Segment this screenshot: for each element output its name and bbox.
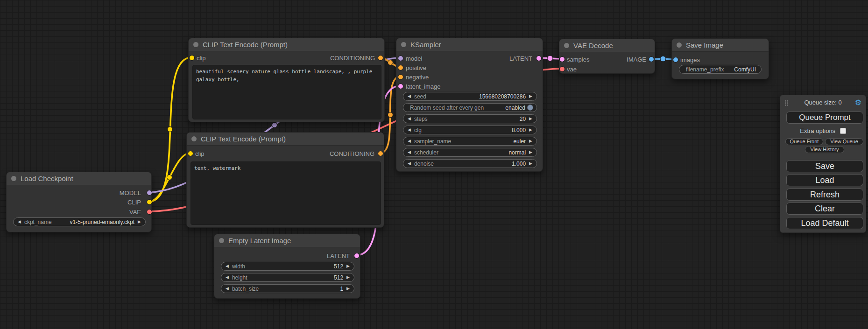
port-latent-output[interactable] (536, 56, 541, 61)
queue-front-button[interactable]: Queue Front (785, 138, 823, 145)
load-default-button[interactable]: Load Default (786, 217, 863, 229)
input-label-images: images (680, 56, 700, 63)
decrement-arrow-icon[interactable]: ◀ (408, 117, 411, 121)
decrement-arrow-icon[interactable]: ◀ (18, 220, 21, 224)
node-title-bar[interactable]: CLIP Text Encode (Prompt) (187, 133, 384, 146)
input-label-clip: clip (197, 55, 206, 62)
widget-value: ComfyUI (734, 66, 756, 73)
port-vae-output[interactable] (147, 210, 152, 214)
node-vae-decode[interactable]: VAE Decode samples vae IMAGE (559, 39, 655, 74)
node-empty-latent-image[interactable]: Empty Latent Image LATENT ◀ width 512 ▶ … (214, 234, 360, 299)
node-clip-text-encode-negative[interactable]: CLIP Text Encode (Prompt) clip CONDITION… (186, 132, 384, 228)
node-collapse-dot-icon[interactable] (401, 42, 406, 47)
link-dot-samples (547, 56, 553, 61)
random-seed-toggle-widget[interactable]: Random seed after every gen enabled (403, 103, 537, 112)
port-samples-input[interactable] (560, 57, 565, 62)
port-clip-input[interactable] (190, 56, 194, 60)
increment-arrow-icon[interactable]: ▶ (529, 139, 532, 143)
node-title-bar[interactable]: KSampler (396, 38, 543, 51)
link-dot-conditioning-positive (388, 60, 393, 65)
node-collapse-dot-icon[interactable] (677, 42, 682, 48)
denoise-widget[interactable]: ◀ denoise 1.000 ▶ (403, 159, 537, 168)
widget-value: v1-5-pruned-emaonly.ckpt (70, 219, 135, 225)
decrement-arrow-icon[interactable]: ◀ (226, 264, 229, 268)
port-clip-input[interactable] (188, 151, 193, 156)
port-image-output[interactable] (649, 57, 654, 62)
port-vae-input[interactable] (560, 67, 565, 71)
node-title-bar[interactable]: VAE Decode (559, 39, 655, 52)
toggle-knob-icon[interactable] (527, 105, 533, 111)
filename-prefix-widget[interactable]: filename_prefix ComfyUI (679, 65, 762, 74)
increment-arrow-icon[interactable]: ▶ (346, 287, 350, 291)
node-collapse-dot-icon[interactable] (564, 43, 569, 48)
decrement-arrow-icon[interactable]: ◀ (408, 161, 411, 166)
queue-prompt-button[interactable]: Queue Prompt (786, 112, 863, 124)
node-title-bar[interactable]: Save Image (672, 39, 769, 52)
node-collapse-dot-icon[interactable] (219, 238, 224, 243)
gear-icon[interactable]: ⚙ (855, 99, 861, 106)
link-dot-image (660, 56, 666, 62)
increment-arrow-icon[interactable]: ▶ (529, 94, 532, 98)
view-queue-button[interactable]: View Queue (825, 138, 863, 145)
batch-size-widget[interactable]: ◀ batch_size 1 ▶ (221, 284, 354, 293)
port-latent-image-input[interactable] (398, 84, 403, 89)
node-title: Load Checkpoint (21, 175, 73, 182)
refresh-button[interactable]: Refresh (786, 189, 863, 201)
extra-options-checkbox[interactable] (840, 128, 846, 134)
seed-widget[interactable]: ◀ seed 156680208700286 ▶ (403, 92, 537, 101)
prompt-textarea[interactable]: beautiful scenery nature glass bottle la… (192, 65, 381, 119)
decrement-arrow-icon[interactable]: ◀ (226, 287, 229, 291)
node-title-bar[interactable]: Empty Latent Image (214, 234, 360, 247)
prompt-textarea[interactable]: text, watermark (191, 161, 381, 225)
port-clip-output[interactable] (147, 200, 152, 204)
port-latent-output[interactable] (354, 253, 359, 258)
port-model-input[interactable] (398, 56, 403, 61)
decrement-arrow-icon[interactable]: ◀ (408, 150, 411, 154)
port-images-input[interactable] (673, 57, 678, 62)
node-collapse-dot-icon[interactable] (193, 42, 198, 47)
port-negative-input[interactable] (398, 75, 403, 79)
port-conditioning-output[interactable] (378, 151, 383, 156)
node-collapse-dot-icon[interactable] (191, 136, 197, 141)
node-title-bar[interactable]: Load Checkpoint (7, 172, 151, 185)
input-label-negative: negative (406, 74, 429, 81)
increment-arrow-icon[interactable]: ▶ (529, 150, 532, 154)
increment-arrow-icon[interactable]: ▶ (346, 275, 350, 280)
save-button[interactable]: Save (786, 160, 863, 172)
view-history-button[interactable]: View History (805, 146, 844, 153)
clear-button[interactable]: Clear (786, 203, 863, 215)
decrement-arrow-icon[interactable]: ◀ (408, 139, 411, 143)
widget-value: 8.000 (512, 127, 526, 133)
port-model-output[interactable] (147, 190, 152, 195)
sampler-name-widget[interactable]: ◀ sampler_name euler ▶ (403, 137, 537, 146)
node-ksampler[interactable]: KSampler model positive negative latent_… (396, 38, 543, 172)
queue-panel[interactable]: Queue size: 0 ⚙ Queue Prompt Extra optio… (780, 95, 866, 233)
node-title-bar[interactable]: CLIP Text Encode (Prompt) (189, 38, 384, 51)
increment-arrow-icon[interactable]: ▶ (346, 264, 350, 268)
extra-options-row: Extra options (780, 127, 866, 134)
widget-value: 512 (334, 263, 343, 270)
port-conditioning-output[interactable] (378, 56, 383, 60)
node-clip-text-encode-positive[interactable]: CLIP Text Encode (Prompt) clip CONDITION… (188, 38, 385, 122)
increment-arrow-icon[interactable]: ▶ (529, 161, 532, 166)
decrement-arrow-icon[interactable]: ◀ (408, 94, 411, 98)
node-save-image[interactable]: Save Image images filename_prefix ComfyU… (671, 38, 769, 79)
widget-name: filename_prefix (686, 66, 724, 73)
height-widget[interactable]: ◀ height 512 ▶ (221, 273, 354, 282)
graph-canvas[interactable]: Load Checkpoint MODEL CLIP VAE ◀ ckpt_na… (0, 0, 868, 329)
decrement-arrow-icon[interactable]: ◀ (408, 128, 411, 132)
width-widget[interactable]: ◀ width 512 ▶ (221, 262, 354, 271)
increment-arrow-icon[interactable]: ▶ (529, 128, 532, 132)
ckpt-name-widget[interactable]: ◀ ckpt_name v1-5-pruned-emaonly.ckpt ▶ (13, 217, 146, 226)
increment-arrow-icon[interactable]: ▶ (529, 117, 532, 121)
port-positive-input[interactable] (398, 65, 403, 70)
node-collapse-dot-icon[interactable] (11, 176, 16, 181)
scheduler-widget[interactable]: ◀ scheduler normal ▶ (403, 148, 537, 157)
node-load-checkpoint[interactable]: Load Checkpoint MODEL CLIP VAE ◀ ckpt_na… (6, 172, 152, 232)
cfg-widget[interactable]: ◀ cfg 8.000 ▶ (403, 126, 537, 134)
steps-widget[interactable]: ◀ steps 20 ▶ (403, 114, 537, 123)
load-button[interactable]: Load (786, 174, 863, 186)
increment-arrow-icon[interactable]: ▶ (138, 220, 141, 224)
decrement-arrow-icon[interactable]: ◀ (226, 275, 229, 280)
link-clip-to-negative (149, 153, 190, 202)
